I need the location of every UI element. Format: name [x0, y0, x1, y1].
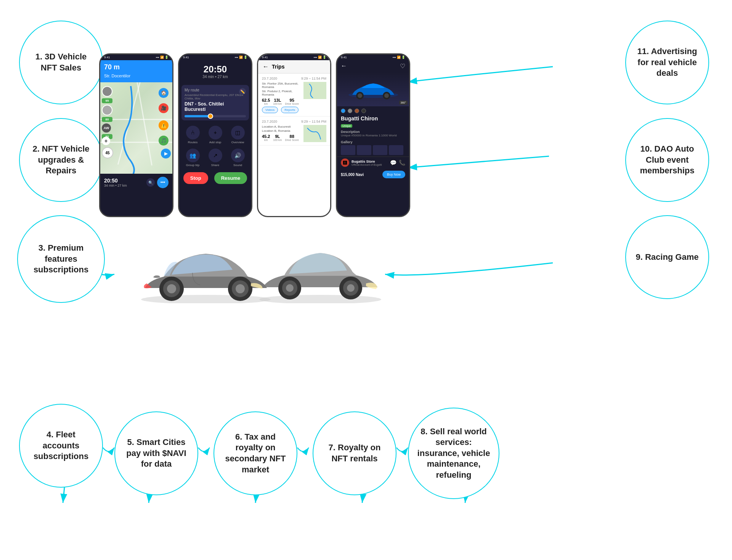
trip-1-stats: 62.5 km 13L 100 km 95 Drive Score — [262, 98, 301, 105]
map-music-icon: 🎵 — [159, 136, 169, 146]
svg-rect-2 — [303, 82, 326, 99]
nav-routes-btn[interactable]: ⑃ — [186, 126, 200, 139]
trip-videos-btn[interactable]: Videos — [262, 107, 278, 113]
circle-6-label: 6. Tax and royalty on secondary NFT mark… — [222, 432, 289, 475]
trips-back-btn[interactable]: ← — [263, 63, 269, 70]
circle-9-label: 9. Racing Game — [636, 252, 698, 263]
dealer-360-badge: 360° — [399, 101, 408, 105]
phone-map: 9:41 ▪▪▪ 📶 🔋 70 m Str. Docentilor 95 80 — [99, 53, 173, 217]
map-time: 20:50 — [104, 178, 127, 184]
circle-8-label: 8. Sell real world services: insurance, … — [416, 426, 491, 481]
trip-1-map — [303, 82, 326, 99]
dealer-buy-btn[interactable]: Buy Now — [382, 171, 405, 178]
trip-1: 23.7.2020 9:29 – 11:54 PM Str. Florilor … — [258, 74, 330, 117]
svg-point-12 — [167, 284, 176, 293]
map-eta: 34 min • 27 km — [104, 184, 127, 187]
circle-10-label: 10. DAO Auto Club event memberships — [634, 144, 701, 176]
circle-8: 8. Sell real world services: insurance, … — [408, 408, 499, 499]
map-play-btn[interactable]: ▶ — [161, 149, 171, 158]
map-search-btn[interactable]: 🔍 — [146, 178, 155, 187]
dealer-top-bar: ← ♡ — [337, 60, 409, 72]
trip-1-buttons: Videos Reports — [262, 107, 326, 113]
circle-6: 6. Tax and royalty on secondary NFT mark… — [214, 411, 297, 495]
svg-point-15 — [236, 284, 245, 293]
dealer-back-btn[interactable]: ← — [341, 62, 347, 70]
circle-3: 3. Premium features subscriptions — [17, 215, 105, 303]
circle-5: 5. Smart Cities pay with $NAVI for data — [114, 411, 198, 495]
cars-section — [122, 217, 404, 305]
nav-overview-btn[interactable]: ◫ — [231, 126, 245, 139]
nav-time-display: 20:50 34 min • 27 km — [179, 60, 251, 83]
dealer-chat-btn[interactable]: 💬 — [390, 160, 396, 166]
circle-5-label: 5. Smart Cities pay with $NAVI for data — [123, 437, 190, 470]
map-speed-badge: 45 — [102, 147, 113, 158]
phones-area: 9:41 ▪▪▪ 📶 🔋 70 m Str. Docentilor 95 80 — [99, 50, 423, 221]
circle-4: 4. Fleet accounts subscriptions — [19, 404, 103, 488]
nav-sound-btn[interactable]: 🔊 — [231, 149, 245, 162]
map-view: 95 80 AW 80 🏠 🎥 ⚠️ 🎵 45 ▶ + — [100, 82, 172, 174]
car-left — [133, 227, 278, 305]
nav-actions-row1: ⑃ Routes + Add stop ◫ Overview — [179, 123, 251, 147]
dealer-car-info: Bugatti Chiron Unique — [337, 115, 409, 128]
dealer-store-info: 🅱 Bugattis Store Official Account of Bug… — [337, 157, 409, 168]
phone-nav-status: 9:41 ▪▪▪ 📶 🔋 — [179, 54, 251, 60]
nav-share-btn[interactable]: ↗ — [209, 149, 222, 162]
map-more-btn[interactable]: ••• — [157, 177, 169, 188]
nav-edit-btn[interactable]: ✏️ — [239, 88, 246, 95]
nav-stop-resume-area: Stop Resume — [179, 168, 251, 188]
dealer-description: Description Unique #50000 in Romania 1:1… — [337, 128, 409, 139]
dealer-call-btn[interactable]: 📞 — [399, 160, 405, 166]
map-distance: 70 m Str. Docentilor — [100, 60, 172, 82]
circle-2: 2. NFT Vehicle upgrades & Repairs — [19, 118, 103, 202]
svg-rect-3 — [303, 125, 326, 142]
trip-2-map — [303, 125, 326, 142]
dealer-heart-icon[interactable]: ♡ — [400, 62, 405, 70]
phone-trips-status: 9:41 ▪▪▪ 📶 🔋 — [258, 54, 330, 60]
circle-4-label: 4. Fleet accounts subscriptions — [27, 429, 95, 462]
map-camera-icon: 🎥 — [159, 103, 169, 113]
nav-stop-btn[interactable]: Stop — [183, 172, 208, 184]
svg-point-8 — [384, 93, 389, 98]
trips-title: Trips — [272, 64, 284, 70]
map-zoom-in-btn[interactable]: + — [102, 137, 110, 145]
circle-7: 7. Royalty on NFT rentals — [313, 411, 396, 495]
dealer-buy-area: $15,000 Navi Buy Now — [337, 168, 409, 181]
trips-header: ← Trips — [258, 60, 330, 74]
circle-2-label: 2. NFT Vehicle upgrades & Repairs — [27, 144, 95, 176]
circle-3-label: 3. Premium features subscriptions — [26, 243, 96, 275]
dealer-gallery: Gallery — [337, 139, 409, 157]
svg-point-9 — [141, 295, 271, 303]
phone-nav: 9:41 ▪▪▪ 📶 🔋 20:50 34 min • 27 km My rou… — [178, 53, 252, 217]
map-location-icon: 🏠 — [159, 88, 169, 98]
circle-10: 10. DAO Auto Club event memberships — [625, 118, 709, 202]
map-warning-icon: ⚠️ — [159, 120, 169, 130]
dealer-color-options — [337, 106, 409, 115]
phone-dealer-status: 9:41 ▪▪▪ 📶 🔋 — [337, 54, 409, 60]
trip-2-stats: 45.2 km 9L 100 km 88 Drive Score — [262, 134, 301, 141]
nav-resume-btn[interactable]: Resume — [214, 172, 247, 184]
nav-addstop-btn[interactable]: + — [209, 126, 222, 139]
svg-point-6 — [358, 93, 362, 98]
circle-9: 9. Racing Game — [625, 215, 709, 299]
map-bottom-bar: 20:50 34 min • 27 km 🔍 ••• — [100, 174, 172, 191]
circle-11-label: 11. Advertising for real vehicle deals — [634, 46, 701, 79]
svg-point-22 — [347, 284, 355, 292]
circle-1-label: 1. 3D Vehicle NFT Sales — [27, 51, 95, 73]
phone-trips: 9:41 ▪▪▪ 📶 🔋 ← Trips 23.7.2020 9:29 – 11… — [257, 53, 331, 217]
circle-1: 1. 3D Vehicle NFT Sales — [19, 21, 103, 104]
phone-dealer: 9:41 ▪▪▪ 📶 🔋 ← ♡ 360° — [336, 53, 410, 217]
nav-route-card: My route Ansamblul Rezidential Exemplu, … — [181, 85, 249, 120]
trip-2: 23.7.2020 9:29 – 11:54 PM Location A, Bu… — [258, 117, 330, 146]
svg-point-19 — [286, 284, 294, 292]
nav-actions-row2: 👥 Group trip ↗ Share 🔊 Sound — [179, 147, 251, 168]
dealer-car-display: 360° — [337, 72, 409, 106]
trip-reports-btn[interactable]: Reports — [281, 107, 299, 113]
circle-7-label: 7. Royalty on NFT rentals — [321, 442, 388, 464]
circle-11: 11. Advertising for real vehicle deals — [625, 21, 709, 104]
map-avatars: 95 80 AW 80 — [102, 86, 112, 139]
nav-grouptrip-btn[interactable]: 👥 — [186, 149, 200, 162]
phone-map-status: 9:41 ▪▪▪ 📶 🔋 — [100, 54, 172, 60]
